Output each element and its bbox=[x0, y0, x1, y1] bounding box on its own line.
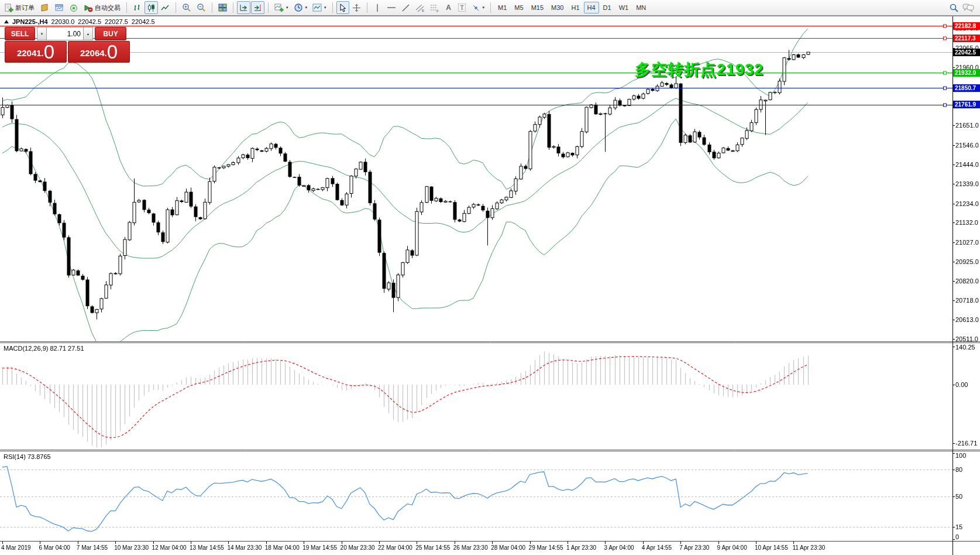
toolbar-separator bbox=[367, 2, 367, 13]
close-value: 22042.5 bbox=[132, 18, 155, 25]
horizontal-line-button[interactable] bbox=[384, 1, 398, 14]
price-axis-label: 20511.0 bbox=[955, 335, 978, 342]
chart-title-line: JPN225-,H4 22030.0 22042.5 22027.5 22042… bbox=[4, 18, 155, 25]
candlestick-chart-button[interactable] bbox=[145, 1, 158, 14]
macd-axis-label: 140.25 bbox=[955, 344, 975, 351]
one-click-trading-panel: SELL ▼ 1.00 ▲ BUY 22041.0 22064.0 bbox=[5, 27, 130, 63]
toolbar-separator bbox=[332, 2, 333, 13]
auto-scroll-button[interactable] bbox=[237, 1, 250, 14]
crosshair-button[interactable] bbox=[350, 1, 363, 14]
toolbar-separator bbox=[490, 2, 491, 13]
cursor-icon bbox=[339, 4, 347, 12]
signals-button[interactable] bbox=[67, 1, 81, 14]
profiles-button[interactable] bbox=[52, 1, 66, 14]
chart-canvas[interactable] bbox=[0, 0, 980, 555]
price-axis-label: 20820.0 bbox=[955, 278, 979, 285]
buy-price-frac: 0 bbox=[107, 43, 118, 61]
time-axis-label: 13 Mar 14:55 bbox=[190, 544, 224, 551]
arrows-button[interactable]: ▾ bbox=[469, 1, 487, 14]
text-label-button[interactable]: T bbox=[456, 1, 469, 14]
tile-windows-button[interactable] bbox=[216, 1, 229, 14]
autotrading-label: 自动交易 bbox=[95, 4, 121, 12]
volume-decrease-button[interactable]: ▼ bbox=[37, 27, 47, 40]
time-axis-label: 29 Mar 14:55 bbox=[529, 544, 563, 551]
spin-down-icon: ▼ bbox=[40, 32, 44, 36]
cursor-button[interactable] bbox=[336, 1, 349, 14]
time-axis-label: 7 Mar 14:55 bbox=[77, 544, 108, 551]
zoom-in-button[interactable] bbox=[180, 1, 194, 14]
timeframe-m15-button[interactable]: M15 bbox=[528, 2, 547, 13]
bar-chart-button[interactable] bbox=[130, 1, 144, 14]
line-chart-icon bbox=[161, 4, 170, 12]
autotrading-icon bbox=[84, 4, 93, 12]
indicators-button[interactable]: ▾ bbox=[272, 1, 291, 14]
time-axis-label: 19 Mar 14:55 bbox=[302, 544, 337, 551]
periods-button[interactable]: ▾ bbox=[291, 1, 310, 14]
toolbar-separator bbox=[126, 2, 127, 13]
templates-button[interactable]: ▾ bbox=[310, 1, 329, 14]
indicators-caret-icon: ▾ bbox=[286, 5, 288, 10]
timeframe-m30-button[interactable]: M30 bbox=[548, 2, 567, 13]
vertical-line-button[interactable] bbox=[371, 1, 384, 14]
fibonacci-icon: F bbox=[430, 4, 439, 12]
line-chart-button[interactable] bbox=[159, 1, 172, 14]
arrows-caret-icon: ▾ bbox=[483, 5, 485, 10]
low-value: 22027.5 bbox=[105, 18, 128, 25]
new-order-button[interactable]: 新订单 bbox=[2, 1, 37, 14]
price-axis-label: 21132.0 bbox=[955, 219, 978, 226]
new-order-icon bbox=[5, 4, 13, 12]
new-chart-button[interactable] bbox=[37, 1, 51, 14]
new-order-label: 新订单 bbox=[15, 4, 35, 12]
time-axis-label: 9 Apr 04:00 bbox=[717, 544, 747, 551]
time-axis-label: 22 Mar 04:00 bbox=[378, 544, 412, 551]
rsi-indicator-label: RSI(14) 73.8765 bbox=[4, 453, 51, 460]
timeframe-h4-button[interactable]: H4 bbox=[584, 2, 599, 13]
timeframe-group: M1M5M15M30H1H4D1W1MN bbox=[494, 2, 649, 13]
time-axis-label: 1 Apr 23:30 bbox=[566, 544, 596, 551]
indicators-icon bbox=[274, 4, 284, 12]
toolbar-separator bbox=[268, 2, 269, 13]
volume-increase-button[interactable]: ▲ bbox=[83, 27, 93, 40]
timeframe-mn-button[interactable]: MN bbox=[632, 2, 649, 13]
text-icon: A bbox=[446, 4, 451, 12]
auto-scroll-icon bbox=[239, 4, 248, 12]
time-axis-label: 10 Apr 14:55 bbox=[755, 544, 788, 551]
toolbar-separator bbox=[233, 2, 233, 13]
timeframe-d1-button[interactable]: D1 bbox=[600, 2, 615, 13]
zoom-out-button[interactable] bbox=[194, 1, 208, 14]
search-icon[interactable] bbox=[949, 3, 959, 13]
signals-icon bbox=[69, 4, 78, 12]
arrows-icon bbox=[472, 4, 480, 12]
trendline-button[interactable] bbox=[399, 1, 412, 14]
templates-icon bbox=[312, 4, 322, 12]
chat-icon[interactable] bbox=[962, 3, 974, 12]
sell-price-box[interactable]: 22041.0 bbox=[5, 41, 67, 63]
time-axis-label: 11 Apr 23:30 bbox=[792, 544, 825, 551]
timeframe-w1-button[interactable]: W1 bbox=[615, 2, 632, 13]
collapse-icon[interactable] bbox=[4, 20, 9, 23]
buy-price-box[interactable]: 22064.0 bbox=[68, 41, 130, 63]
chart-shift-button[interactable] bbox=[251, 1, 264, 14]
sell-button[interactable]: SELL bbox=[5, 27, 35, 40]
timeframe-h1-button[interactable]: H1 bbox=[568, 2, 583, 13]
hline-price-tag: 21761.9 bbox=[953, 101, 980, 108]
time-axis-label: 18 Mar 04:00 bbox=[265, 544, 300, 551]
timeframe-m1-button[interactable]: M1 bbox=[494, 2, 510, 13]
buy-button[interactable]: BUY bbox=[95, 27, 126, 40]
rsi-axis-label: 0 bbox=[955, 533, 959, 540]
timeframe-m5-button[interactable]: M5 bbox=[511, 2, 527, 13]
text-button[interactable]: A bbox=[442, 1, 455, 14]
tile-windows-icon bbox=[218, 4, 227, 12]
volume-input[interactable]: 1.00 bbox=[47, 27, 83, 40]
chart-annotation-text: 多空转折点21932 bbox=[635, 59, 764, 80]
price-axis-label: 21444.0 bbox=[955, 161, 979, 168]
sell-price-frac: 0 bbox=[44, 43, 54, 61]
time-axis-label: 12 Mar 04:00 bbox=[152, 544, 187, 551]
fibonacci-button[interactable]: F bbox=[428, 1, 442, 14]
rsi-axis-label: 100 bbox=[955, 452, 966, 459]
time-axis-label: 14 Mar 23:30 bbox=[227, 544, 262, 551]
price-axis-label: 21234.0 bbox=[955, 200, 979, 207]
svg-text:F: F bbox=[436, 9, 439, 12]
autotrading-button[interactable]: 自动交易 bbox=[81, 1, 123, 14]
equidistant-channel-button[interactable]: E bbox=[413, 1, 427, 14]
